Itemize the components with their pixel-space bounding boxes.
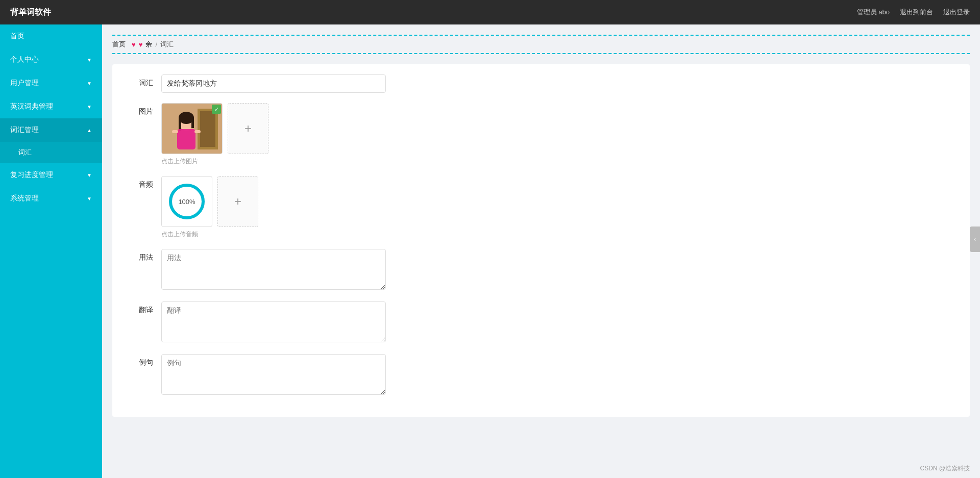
header: 背单词软件 管理员 abo 退出到前台 退出登录	[0, 0, 980, 24]
sidebar-item-user-mgmt[interactable]: 用户管理 ▼	[0, 71, 102, 95]
upload-area: ✓ +	[161, 103, 954, 154]
layout: 首页 个人中心 ▼ 用户管理 ▼ 英汉词典管理 ▼ 词汇管理 ▲ 词汇 复习进度…	[0, 0, 980, 478]
breadcrumb-heart: ♥	[132, 41, 136, 48]
sidebar-item-vocab[interactable]: 词汇	[0, 142, 102, 163]
sidebar-item-dict-mgmt[interactable]: 英汉词典管理 ▼	[0, 95, 102, 118]
sidebar-item-personal-label: 个人中心	[10, 55, 39, 64]
audio-upload-button[interactable]: +	[217, 176, 258, 227]
sidebar-item-vocab-mgmt[interactable]: 词汇管理 ▲	[0, 118, 102, 142]
chevron-down-icon: ▼	[87, 196, 92, 202]
audio-progress-text: 100%	[178, 198, 195, 206]
circle-progress: 100%	[166, 181, 207, 222]
audio-upload-area: 100% + 点击上传音频	[161, 176, 954, 239]
audio-area: 100% +	[161, 176, 954, 227]
breadcrumb-heart2: ♥	[139, 41, 143, 48]
breadcrumb-current: 词汇	[160, 40, 174, 49]
image-upload-button[interactable]: +	[228, 103, 268, 154]
sidebar-item-user-mgmt-label: 用户管理	[10, 79, 39, 88]
sidebar-item-system-mgmt[interactable]: 系统管理 ▼	[0, 187, 102, 210]
audio-upload-hint: 点击上传音频	[161, 230, 954, 239]
usage-label: 用法	[128, 249, 153, 262]
vocab-input[interactable]	[161, 74, 386, 93]
header-right: 管理员 abo 退出到前台 退出登录	[857, 8, 970, 17]
main-content: 首页 ♥ ♥ 余 / 词汇 词汇 图片	[102, 24, 980, 478]
sidebar-item-vocab-mgmt-label: 词汇管理	[10, 125, 39, 135]
breadcrumb-sep: /	[155, 41, 157, 48]
side-panel-toggle[interactable]: ‹	[970, 227, 980, 252]
sidebar-item-vocab-label: 词汇	[18, 148, 32, 156]
breadcrumb-separator: 余	[145, 40, 152, 49]
breadcrumb: 首页 ♥ ♥ 余 / 词汇	[112, 35, 970, 54]
chevron-down-icon: ▼	[87, 172, 92, 178]
sidebar-item-personal[interactable]: 个人中心 ▼	[0, 48, 102, 71]
svg-rect-10	[194, 130, 201, 133]
sidebar-item-home-label: 首页	[10, 32, 24, 41]
translation-label: 翻译	[128, 301, 153, 315]
usage-row: 用法	[128, 249, 954, 291]
back-to-front-link[interactable]: 退出到前台	[900, 8, 933, 17]
chevron-up-icon: ▲	[87, 128, 92, 133]
sidebar-item-review-mgmt-label: 复习进度管理	[10, 170, 53, 180]
logout-link[interactable]: 退出登录	[943, 8, 970, 17]
image-check-icon: ✓	[212, 105, 221, 114]
image-label: 图片	[128, 103, 153, 116]
svg-rect-3	[200, 111, 215, 147]
image-preview[interactable]: ✓	[161, 103, 223, 154]
chevron-down-icon: ▼	[87, 104, 92, 110]
vocab-label: 词汇	[128, 74, 153, 88]
example-input-wrapper	[161, 354, 954, 396]
svg-rect-9	[172, 130, 178, 133]
example-label: 例句	[128, 354, 153, 367]
app-title: 背单词软件	[10, 7, 51, 18]
audio-row: 音频 100% +	[128, 176, 954, 239]
chevron-down-icon: ▼	[87, 81, 92, 86]
sidebar-item-home[interactable]: 首页	[0, 24, 102, 48]
image-row: 图片	[128, 103, 954, 166]
user-info: 管理员 abo	[857, 8, 890, 17]
form-card: 词汇 图片	[112, 64, 970, 417]
vocab-row: 词汇	[128, 74, 954, 93]
translation-row: 翻译	[128, 301, 954, 344]
sidebar-item-dict-mgmt-label: 英汉词典管理	[10, 102, 53, 111]
usage-input-wrapper	[161, 249, 954, 291]
usage-textarea[interactable]	[161, 249, 386, 290]
sidebar: 首页 个人中心 ▼ 用户管理 ▼ 英汉词典管理 ▼ 词汇管理 ▲ 词汇 复习进度…	[0, 24, 102, 478]
svg-rect-7	[191, 118, 194, 128]
image-upload-area: ✓ + 点击上传图片	[161, 103, 954, 166]
breadcrumb-home[interactable]: 首页	[112, 40, 126, 49]
svg-rect-6	[179, 118, 181, 131]
example-textarea[interactable]	[161, 354, 386, 395]
footer-watermark: CSDN @浩焱科技	[920, 464, 970, 473]
audio-circle-progress: 100%	[161, 176, 212, 227]
sidebar-item-system-mgmt-label: 系统管理	[10, 194, 39, 203]
chevron-down-icon: ▼	[87, 57, 92, 63]
image-upload-hint: 点击上传图片	[161, 157, 954, 166]
translation-textarea[interactable]	[161, 301, 386, 342]
svg-rect-8	[177, 129, 195, 149]
audio-label: 音频	[128, 176, 153, 189]
vocab-input-wrapper	[161, 74, 954, 93]
example-row: 例句	[128, 354, 954, 396]
translation-input-wrapper	[161, 301, 954, 344]
sidebar-item-review-mgmt[interactable]: 复习进度管理 ▼	[0, 163, 102, 187]
